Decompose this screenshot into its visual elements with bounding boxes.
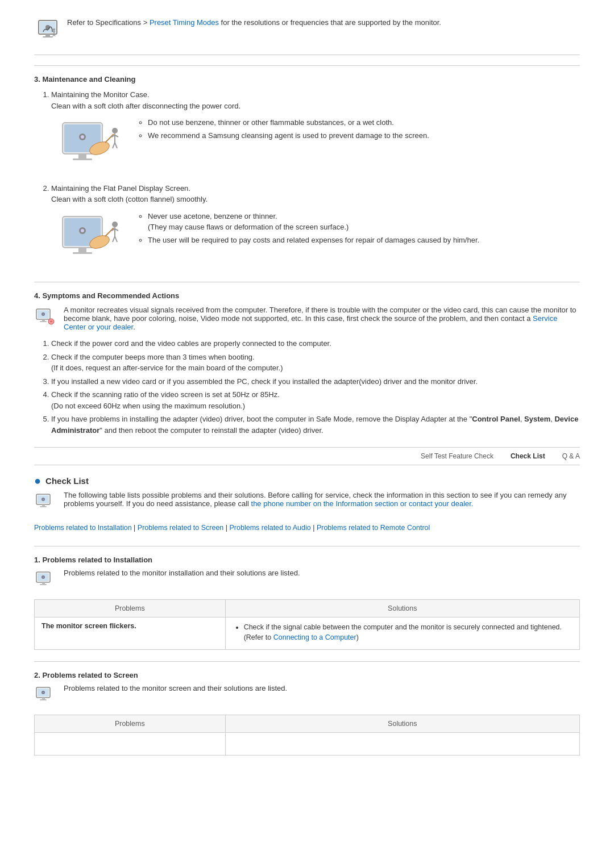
check-list-section: ● Check List The following table lists p…	[34, 474, 580, 756]
maintenance-item1: Maintaining the Monitor Case. Clean with…	[51, 89, 580, 177]
symptom-item5: If you have problems in installing the a…	[51, 414, 580, 436]
solution-item1: Check if the signal cable between the co…	[244, 622, 572, 644]
solution-cell: Check if the signal cable between the co…	[225, 617, 579, 650]
info-icon-section4	[34, 306, 58, 329]
maintenance-item2: Maintaining the Flat Panel Display Scree…	[51, 183, 580, 271]
svg-rect-55	[40, 584, 47, 585]
section-installation: 1. Problems related to Installation Prob…	[34, 556, 580, 650]
divider-1	[34, 65, 580, 66]
symptom-item4: Check if the scanning ratio of the video…	[51, 389, 580, 411]
preset-timing-link[interactable]: Preset Timing Modes	[150, 18, 219, 27]
connecting-computer-link[interactable]: Connecting to a Computer	[273, 633, 356, 641]
symptom-item3: If you installed a new video card or if …	[51, 376, 580, 387]
svg-point-45	[43, 314, 44, 315]
divider-3	[34, 546, 580, 546]
svg-line-15	[105, 134, 114, 143]
link-remote[interactable]: Problems related to Remote Control	[317, 524, 430, 532]
symptom-item2: Check if the computer beeps more than 3 …	[51, 352, 580, 374]
svg-rect-12	[78, 154, 86, 158]
item2-bullets: Never use acetone, benzene or thinner.(T…	[136, 211, 580, 248]
divider-2	[34, 282, 580, 282]
svg-rect-54	[42, 582, 45, 584]
svg-rect-27	[73, 252, 92, 254]
screen-title: 2. Problems related to Screen	[34, 671, 580, 679]
section-screen: 2. Problems related to Screen Problems r…	[34, 671, 580, 756]
svg-point-51	[43, 499, 44, 500]
link-installation[interactable]: Problems related to Installation	[34, 524, 132, 532]
svg-rect-48	[42, 504, 45, 506]
monitor-illustration-1	[51, 117, 125, 174]
monitor-cleaning-img2	[51, 211, 125, 271]
svg-rect-60	[42, 698, 45, 699]
svg-rect-61	[40, 699, 47, 700]
info-icon-checklist	[34, 491, 58, 515]
info-icon-install	[34, 569, 58, 592]
item2-bullet3: The user will be required to pay costs a…	[148, 235, 580, 246]
installation-title: 1. Problems related to Installation	[34, 556, 580, 564]
section4-intro-box: A monitor recreates visual signals recei…	[34, 306, 580, 331]
svg-rect-3	[43, 36, 53, 37]
monitor-cleaning-img1	[51, 117, 125, 177]
svg-line-21	[115, 143, 117, 148]
info-icon-screen	[34, 684, 58, 708]
svg-point-37	[81, 229, 84, 232]
item1-bullet1: Do not use benzene, thinner or other fla…	[148, 117, 580, 128]
section3-title: 3. Maintenance and Cleaning	[34, 75, 580, 84]
table-header-row: Problems Solutions	[35, 599, 580, 617]
divider-4	[34, 661, 580, 662]
nav-self-test[interactable]: Self Test Feature Check	[421, 452, 493, 460]
check-list-intro-box: The following table lists possible probl…	[34, 491, 580, 515]
section-symptoms: 4. Symptoms and Recommended Actions A mo…	[34, 291, 580, 436]
symptom-item1: Check if the power cord and the video ca…	[51, 338, 580, 349]
installation-table: Problems Solutions The monitor screen fl…	[34, 599, 580, 650]
svg-rect-40	[42, 319, 45, 321]
item1-bullet2: We recommend a Samsung cleansing agent i…	[148, 130, 580, 141]
top-note-section: Refer to Specifications > Preset Timing …	[34, 11, 580, 55]
link-screen[interactable]: Problems related to Screen	[138, 524, 223, 532]
check-list-header: ● Check List	[34, 474, 580, 487]
col-solutions: Solutions	[225, 599, 579, 617]
svg-rect-2	[45, 34, 50, 36]
phone-number-link[interactable]: the phone number on the Information sect…	[251, 499, 474, 508]
section4-title: 4. Symptoms and Recommended Actions	[34, 291, 580, 300]
nav-bar: Self Test Feature Check Check List Q & A	[34, 447, 580, 465]
svg-rect-49	[40, 506, 47, 507]
item2-content: Never use acetone, benzene or thinner.(T…	[51, 211, 580, 271]
screen-problem-cell	[35, 733, 226, 756]
svg-point-16	[112, 128, 118, 133]
section-maintenance: 3. Maintenance and Cleaning Maintaining …	[34, 75, 580, 270]
table-row: The monitor screen flickers. Check if th…	[35, 617, 580, 650]
section4-intro-text: A monitor recreates visual signals recei…	[64, 306, 580, 331]
top-note-text-after: for the resolutions or frequencies that …	[219, 18, 441, 27]
screen-intro-text: Problems related to the monitor screen a…	[64, 684, 287, 692]
svg-line-20	[113, 143, 115, 148]
item1-content: Do not use benzene, thinner or other fla…	[51, 117, 580, 177]
nav-qa[interactable]: Q & A	[562, 452, 580, 460]
col-problems: Problems	[35, 599, 226, 617]
monitor-icon-top	[34, 17, 61, 44]
check-list-icon: ●	[34, 474, 41, 487]
screen-col-solutions: Solutions	[225, 715, 579, 733]
svg-rect-41	[40, 321, 47, 322]
item2-title: Maintaining the Flat Panel Display Scree…	[51, 184, 190, 193]
item1-title: Maintaining the Monitor Case.	[51, 90, 150, 99]
screen-table: Problems Solutions	[34, 715, 580, 756]
item1-sub: Clean with a soft cloth after disconnect…	[51, 102, 240, 110]
nav-check-list[interactable]: Check List	[511, 452, 545, 460]
monitor-illustration-2	[51, 211, 125, 268]
svg-point-57	[43, 576, 44, 578]
link-audio[interactable]: Problems related to Audio	[230, 524, 311, 532]
check-list-intro-text: The following table lists possible probl…	[64, 491, 580, 508]
svg-line-29	[105, 228, 114, 236]
svg-line-34	[113, 236, 115, 242]
links-bar: Problems related to Installation | Probl…	[34, 521, 580, 535]
svg-line-35	[115, 236, 117, 242]
check-list-title: Check List	[45, 476, 89, 486]
screen-solution-cell	[225, 733, 579, 756]
screen-col-problems: Problems	[35, 715, 226, 733]
svg-point-5	[53, 28, 55, 31]
item1-bullets: Do not use benzene, thinner or other fla…	[136, 117, 580, 143]
top-note-text: Refer to Specifications > Preset Timing …	[67, 17, 441, 28]
svg-point-30	[112, 222, 118, 227]
screen-intro-box: Problems related to the monitor screen a…	[34, 684, 580, 708]
